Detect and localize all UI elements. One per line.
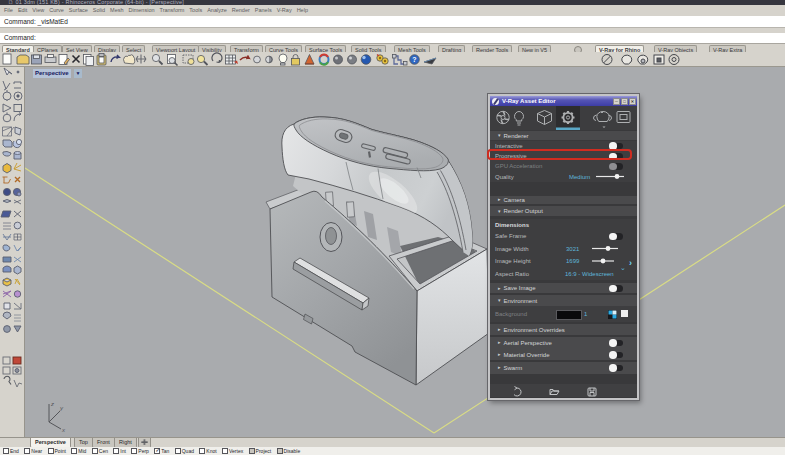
svg-text:z: z	[50, 401, 54, 407]
svg-text:x: x	[61, 427, 66, 433]
svg-text:?: ?	[412, 56, 416, 63]
svg-text:y: y	[59, 405, 64, 411]
